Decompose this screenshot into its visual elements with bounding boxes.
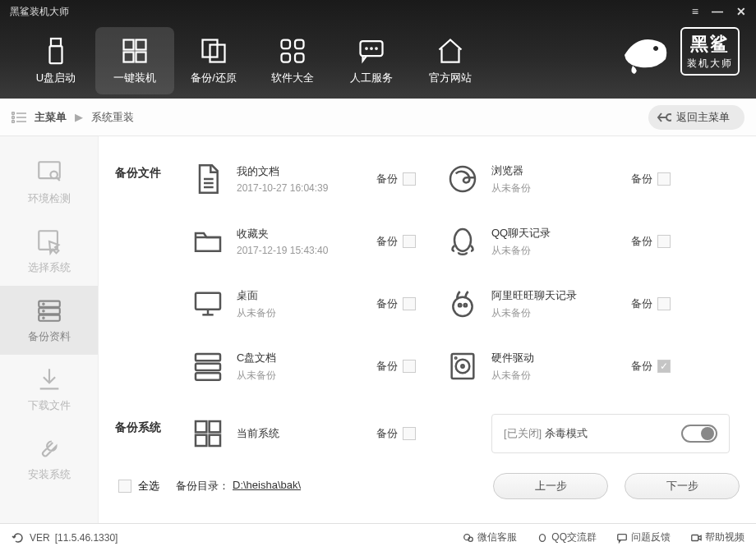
svg-rect-11 [295,53,304,62]
status-feedback[interactable]: 问题反馈 [616,530,671,544]
svg-point-40 [459,304,461,306]
minimize-button[interactable]: — [712,5,723,18]
wrench-icon [35,434,63,462]
nav-software[interactable]: 软件大全 [253,27,332,94]
svg-rect-2 [124,40,134,50]
windows-icon [120,36,150,66]
select-all-checkbox[interactable] [118,480,131,493]
svg-point-28 [43,304,44,305]
select-icon [35,227,63,255]
status-wechat[interactable]: 微信客服 [463,530,517,544]
svg-point-20 [12,120,15,122]
backup-checkbox[interactable] [403,427,416,440]
step-download[interactable]: 下载文件 [0,355,98,424]
backup-checkbox[interactable] [657,297,671,310]
svg-rect-27 [39,315,60,321]
backup-directory[interactable]: 备份目录： D:\heisha\bak\ [176,479,301,494]
apps-icon [278,36,307,66]
backup-files-section: 备份文件 我的文档2017-10-27 16:04:39 备份 浏览器从未备份 … [115,148,740,397]
copy-icon [199,36,228,66]
back-to-main-button[interactable]: 返回主菜单 [648,105,744,130]
svg-point-18 [12,116,15,118]
item-sub: 从未备份 [491,181,531,195]
folder-icon [179,225,237,258]
titlebar: 黑鲨装机大师 ≡ — ✕ [0,0,756,23]
drive-icon [434,350,491,383]
step-install[interactable]: 安装系统 [0,424,98,493]
svg-rect-44 [196,373,220,379]
svg-point-15 [376,48,377,49]
backup-checkbox[interactable] [403,297,416,310]
nav-one-click-install[interactable]: 一键装机 [95,27,174,94]
svg-rect-43 [196,364,220,370]
nav-label: 备份/还原 [191,71,237,85]
step-select-system[interactable]: 选择系统 [0,217,98,286]
select-all[interactable]: 全选 [118,479,159,494]
download-icon [35,365,63,393]
video-icon [690,532,702,544]
nav-backup-restore[interactable]: 备份/还原 [174,27,253,94]
svg-rect-25 [39,301,60,307]
next-step-button[interactable]: 下一步 [625,473,740,499]
nav-label: 软件大全 [271,71,314,85]
svg-point-35 [454,229,471,251]
home-icon [436,36,465,66]
wangwang-icon [434,287,491,320]
breadcrumb-root[interactable]: 主菜单 [35,110,67,125]
backup-row: 桌面从未备份 备份 阿里旺旺聊天记录从未备份 备份 [179,273,740,335]
svg-point-55 [540,534,546,541]
svg-rect-50 [210,421,220,432]
chevron-right-icon: ▶ [75,111,83,123]
prev-step-button[interactable]: 上一步 [493,473,608,499]
svg-point-29 [43,310,44,311]
svg-rect-42 [196,354,220,360]
step-backup[interactable]: 备份资料 [0,286,98,355]
status-bar: VER[11.5.46.1330] 微信客服 QQ交流群 问题反馈 帮助视频 [0,523,756,551]
step-environment[interactable]: 环境检测 [0,148,98,217]
svg-rect-51 [196,435,206,446]
section-files-label: 备份文件 [115,148,179,397]
breadcrumb-current: 系统重装 [91,110,134,125]
backup-row: 我的文档2017-10-27 16:04:39 备份 浏览器从未备份 备份 [179,148,740,210]
section-system-label: 备份系统 [115,402,179,465]
backup-checkbox[interactable] [403,360,416,373]
svg-rect-1 [50,46,62,63]
backup-checkbox[interactable] [657,172,671,186]
data-icon [35,296,63,324]
main-panel: 备份文件 我的文档2017-10-27 16:04:39 备份 浏览器从未备份 … [99,136,756,523]
svg-point-46 [456,360,470,374]
back-arrow-icon [657,112,671,123]
wechat-icon [463,532,474,544]
nav-website[interactable]: 官方网站 [411,27,490,94]
nav-usb-boot[interactable]: U盘启动 [16,27,95,94]
status-qq-group[interactable]: QQ交流群 [537,530,597,544]
brand-logo: 黑鲨 装机大师 [616,26,740,76]
backup-checkbox[interactable] [403,172,416,186]
item-sub: 2017-10-27 16:04:39 [237,182,328,194]
system-row: 当前系统 备份 [已关闭] 杀毒模式 [179,402,740,465]
app-title: 黑鲨装机大师 [10,5,69,19]
usb-icon [41,36,71,66]
svg-point-39 [453,297,472,316]
svg-point-13 [366,48,367,49]
refresh-icon [12,531,25,544]
windows-icon [179,417,237,450]
nav-support[interactable]: 人工服务 [332,27,411,94]
window-controls: ≡ — ✕ [692,5,746,18]
close-button[interactable]: ✕ [736,5,746,18]
menu-icon[interactable]: ≡ [692,5,698,18]
svg-rect-8 [282,40,291,49]
backup-checkbox[interactable] [403,235,416,248]
antivirus-toggle[interactable] [681,425,717,443]
svg-rect-36 [196,293,220,310]
nav-label: 官方网站 [429,71,472,85]
version-info[interactable]: VER[11.5.46.1330] [12,531,118,544]
backup-checkbox[interactable] [657,235,671,248]
status-help-video[interactable]: 帮助视频 [690,530,744,544]
feedback-icon [616,532,628,544]
main-footer: 全选 备份目录： D:\heisha\bak\ 上一步 下一步 [115,465,740,499]
svg-rect-52 [210,435,220,446]
backup-checkbox[interactable] [657,360,671,373]
svg-point-30 [43,318,44,319]
svg-rect-3 [136,40,146,50]
